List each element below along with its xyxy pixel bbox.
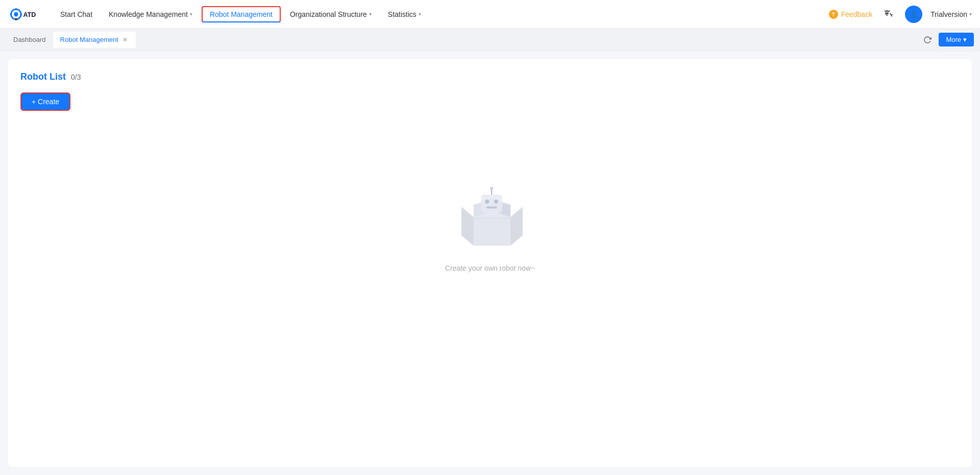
svg-point-4 bbox=[15, 18, 17, 20]
nav-org-label: Organizational Structure bbox=[290, 10, 367, 18]
tab-bar-right: More ▾ bbox=[920, 33, 974, 47]
tab-dashboard[interactable]: Dashboard bbox=[6, 32, 53, 48]
tab-robot-management[interactable]: Robot Management ✕ bbox=[53, 32, 136, 48]
empty-robot-illustration bbox=[449, 172, 531, 254]
svg-text:ATD: ATD bbox=[23, 11, 36, 18]
more-button[interactable]: More ▾ bbox=[939, 33, 974, 46]
svg-rect-13 bbox=[481, 195, 502, 212]
nav-item-statistics[interactable]: Statistics ▾ bbox=[381, 7, 428, 21]
nav-links: Start Chat Knowledge Management ▾ Robot … bbox=[53, 6, 829, 22]
refresh-icon bbox=[923, 36, 932, 44]
nav-item-start-chat[interactable]: Start Chat bbox=[53, 7, 100, 21]
user-name[interactable]: Trialversion ▾ bbox=[930, 10, 972, 18]
page-title: Robot List bbox=[20, 72, 66, 82]
translate-icon bbox=[883, 9, 894, 20]
svg-point-15 bbox=[494, 200, 498, 204]
create-label: + Create bbox=[32, 98, 59, 106]
user-chevron-icon: ▾ bbox=[969, 11, 972, 17]
page-header: Robot List 0/3 bbox=[20, 72, 960, 82]
nav-statistics-label: Statistics bbox=[388, 10, 416, 18]
svg-point-5 bbox=[10, 13, 12, 15]
svg-marker-9 bbox=[510, 207, 523, 246]
svg-marker-8 bbox=[461, 207, 474, 246]
nav-item-robot-management[interactable]: Robot Management bbox=[202, 6, 281, 22]
feedback-icon: ? bbox=[829, 10, 838, 19]
nav-item-organizational-structure[interactable]: Organizational Structure ▾ bbox=[283, 7, 379, 21]
create-button[interactable]: + Create bbox=[20, 92, 70, 111]
logo-svg: ATD bbox=[8, 4, 37, 25]
translate-icon-button[interactable] bbox=[880, 6, 897, 22]
chevron-down-icon: ▾ bbox=[369, 11, 372, 17]
nav-robot-label: Robot Management bbox=[210, 10, 273, 18]
svg-rect-16 bbox=[486, 206, 497, 208]
more-chevron-icon: ▾ bbox=[963, 36, 967, 43]
tab-dashboard-label: Dashboard bbox=[13, 36, 46, 43]
user-name-label: Trialversion bbox=[930, 10, 967, 18]
svg-point-3 bbox=[20, 13, 22, 15]
robot-count: 0/3 bbox=[71, 73, 81, 81]
svg-point-2 bbox=[15, 8, 17, 10]
user-avatar[interactable]: 👤 bbox=[905, 6, 922, 23]
more-label: More bbox=[946, 36, 961, 43]
chevron-down-icon: ▾ bbox=[190, 11, 192, 17]
feedback-label: Feedback bbox=[841, 10, 872, 18]
svg-point-14 bbox=[485, 200, 489, 204]
refresh-button[interactable] bbox=[920, 33, 935, 47]
create-section: + Create bbox=[20, 92, 960, 111]
svg-point-18 bbox=[490, 187, 493, 190]
top-navigation: ATD Start Chat Knowledge Management ▾ Ro… bbox=[0, 0, 980, 29]
svg-point-1 bbox=[14, 12, 18, 16]
svg-rect-7 bbox=[474, 217, 510, 246]
user-avatar-icon: 👤 bbox=[909, 10, 919, 19]
feedback-button[interactable]: ? Feedback bbox=[829, 10, 872, 19]
tab-robot-management-label: Robot Management bbox=[60, 36, 118, 43]
tab-bar: Dashboard Robot Management ✕ More ▾ bbox=[0, 29, 980, 51]
nav-start-chat-label: Start Chat bbox=[60, 10, 92, 18]
empty-state: Create your own robot now~ bbox=[20, 131, 960, 334]
main-content: Robot List 0/3 + Create bbox=[8, 59, 972, 467]
nav-right: ? Feedback 👤 Trialversion ▾ bbox=[829, 6, 972, 23]
tab-close-icon[interactable]: ✕ bbox=[121, 36, 129, 44]
chevron-down-icon: ▾ bbox=[419, 11, 421, 17]
logo[interactable]: ATD bbox=[8, 4, 37, 25]
nav-knowledge-label: Knowledge Management bbox=[109, 10, 188, 18]
empty-message: Create your own robot now~ bbox=[445, 264, 535, 272]
nav-item-knowledge-management[interactable]: Knowledge Management ▾ bbox=[102, 7, 200, 21]
